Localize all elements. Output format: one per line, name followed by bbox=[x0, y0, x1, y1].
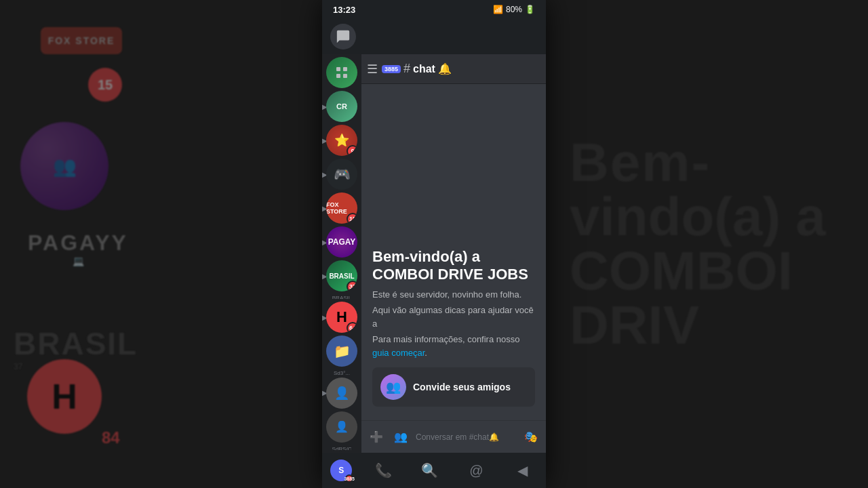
invite-icon: 👥 bbox=[380, 374, 406, 400]
server-item-2[interactable]: CR bbox=[326, 91, 357, 122]
chat-input-bar: ➕ 👥 Conversar em #chat🔔 🎭 bbox=[361, 420, 546, 453]
server-avatar-4: 🎮 bbox=[326, 159, 357, 190]
channel-header: ☰ 3885 # chat 🔔 bbox=[361, 54, 546, 84]
welcome-subtitle-1: Este é seu servidor, novinho em folha. bbox=[372, 288, 535, 302]
welcome-section: Bem-vindo(a) a COMBOI DRIVE JOBS Este é … bbox=[372, 243, 535, 412]
svg-rect-3 bbox=[343, 74, 347, 78]
bg-badge-15: 15 bbox=[88, 68, 122, 102]
server-row-3: ▶ ⭐ 9 bbox=[322, 125, 361, 156]
bg-purple-circle: 👥 bbox=[20, 122, 108, 210]
server-row-6: ▶ PAGAY bbox=[322, 226, 361, 258]
avatar-badge: 3885 bbox=[345, 474, 353, 483]
top-bar bbox=[322, 19, 546, 54]
server-item-4[interactable]: 🎮 bbox=[326, 159, 357, 190]
server-sidebar: ▶ CR ▶ ⭐ 9 ▶ bbox=[322, 54, 361, 453]
main-content: ▶ CR ▶ ⭐ 9 ▶ bbox=[322, 54, 546, 453]
server-avatar-1 bbox=[326, 57, 357, 88]
channel-name: chat bbox=[413, 63, 435, 75]
welcome-title: Bem-vindo(a) a COMBOI DRIVE JOBS bbox=[372, 248, 535, 284]
signal-icon: 📶 bbox=[493, 5, 503, 14]
server-badge-8: 64 bbox=[347, 322, 357, 333]
server-number-badge: 3885 bbox=[382, 65, 401, 73]
server-label-9: Sd3°... bbox=[334, 370, 350, 374]
server-item-3[interactable]: ⭐ 9 bbox=[326, 125, 357, 156]
server-row-5: ▶ FOX STORE 15 bbox=[322, 192, 361, 224]
hash-icon: # bbox=[403, 62, 410, 76]
server-avatar-9: 📁 bbox=[326, 336, 357, 367]
welcome-subtitle-2: Aqui vão algumas dicas para ajudar você … bbox=[372, 304, 535, 330]
server-row-1 bbox=[322, 57, 361, 88]
server-avatar-6: PAGAY bbox=[326, 226, 357, 258]
server-item-7[interactable]: BRASIL 37 bbox=[326, 260, 357, 291]
server-avatar-2: CR bbox=[326, 91, 357, 122]
phone-frame: 13:23 📶 80% 🔋 bbox=[322, 0, 546, 488]
status-bar: 13:23 📶 80% 🔋 bbox=[322, 0, 546, 19]
server-badge-5: 15 bbox=[347, 213, 357, 224]
status-time: 13:23 bbox=[333, 5, 355, 15]
server-label-7: BRASIL bbox=[332, 295, 351, 299]
bg-right-text3: DRIV bbox=[570, 298, 699, 352]
server-1-icon bbox=[334, 64, 350, 81]
status-icons: 📶 80% 🔋 bbox=[493, 5, 535, 14]
server-row-7: ▶ BRASIL 37 bbox=[322, 260, 361, 291]
hamburger-icon[interactable]: ☰ bbox=[367, 62, 378, 77]
call-nav-button[interactable]: 📞 bbox=[369, 455, 399, 485]
chat-hint: Conversar em #chat🔔 bbox=[416, 432, 516, 442]
messages-icon[interactable] bbox=[330, 24, 356, 49]
svg-rect-1 bbox=[343, 67, 347, 71]
battery-icon: 🔋 bbox=[525, 5, 535, 14]
server-badge-3: 9 bbox=[347, 145, 357, 156]
bg-fox-store: FOX STORE bbox=[41, 27, 122, 54]
avatar-letter: S bbox=[338, 466, 344, 475]
server-item-1[interactable] bbox=[326, 57, 357, 88]
server-item-9[interactable]: 📁 bbox=[326, 336, 357, 367]
invite-text: Convide seus amigos bbox=[413, 382, 511, 392]
server-item-6[interactable]: PAGAY bbox=[326, 226, 357, 258]
bg-pagayy: PAGAYY 💻 bbox=[10, 230, 146, 266]
bg-right-text2: vindo(a) a COMBOI bbox=[570, 190, 868, 298]
server-item-11[interactable]: 👤 bbox=[326, 411, 357, 443]
server-item-8[interactable]: H 64 bbox=[326, 302, 357, 333]
server-label-11: SdRS/C bbox=[332, 446, 352, 450]
server-row-2: ▶ CR bbox=[322, 91, 361, 122]
emoji-button[interactable]: 👥 bbox=[391, 428, 410, 447]
battery-level: 80% bbox=[506, 5, 522, 14]
chat-messages: Bem-vindo(a) a COMBOI DRIVE JOBS Este é … bbox=[361, 84, 546, 420]
gif-button[interactable]: 🎭 bbox=[521, 428, 540, 447]
server-row-4: ▶ 🎮 bbox=[322, 159, 361, 190]
bg-left: FOX STORE 15 👥 PAGAYY 💻 BRASIL 37 H 84 bbox=[0, 0, 326, 488]
bg-right-text1: Bem- bbox=[570, 136, 711, 190]
mentions-nav-button[interactable]: @ bbox=[461, 455, 491, 485]
bottom-nav: S 3885 📞 🔍 @ ◀ bbox=[322, 453, 546, 488]
svg-rect-0 bbox=[336, 67, 340, 71]
user-avatar-container: S 3885 bbox=[330, 460, 352, 481]
bg-right: Bem- vindo(a) a COMBOI DRIV bbox=[542, 0, 868, 488]
welcome-link[interactable]: guia começar bbox=[372, 348, 425, 358]
server-avatar-10: 👤 bbox=[326, 378, 357, 409]
server-badge-7: 37 bbox=[347, 281, 357, 291]
welcome-subtitle-3: Para mais informações, confira nosso gui… bbox=[372, 333, 535, 359]
server-row-10: ▶ 👤 bbox=[322, 378, 361, 409]
server-row-11: 👤 bbox=[322, 411, 361, 443]
svg-rect-2 bbox=[336, 74, 340, 78]
chat-bubble-svg bbox=[336, 29, 351, 44]
channel-panel: ☰ 3885 # chat 🔔 Bem-vindo(a) a COMBOI DR… bbox=[361, 54, 546, 453]
back-nav-button[interactable]: ◀ bbox=[508, 455, 538, 485]
server-item-5[interactable]: FOX STORE 15 bbox=[326, 192, 357, 224]
add-message-button[interactable]: ➕ bbox=[367, 428, 386, 447]
welcome-text-3: Para mais informações, confira nosso bbox=[372, 334, 519, 344]
server-row-9: 📁 bbox=[322, 336, 361, 367]
server-avatar-11: 👤 bbox=[326, 411, 357, 443]
search-nav-button[interactable]: 🔍 bbox=[415, 455, 445, 485]
welcome-text-2: Aqui vão algumas dicas para ajudar você … bbox=[372, 305, 534, 329]
bg-h-circle: H bbox=[27, 359, 102, 434]
channel-emoji: 🔔 bbox=[438, 62, 452, 75]
server-row-8: ▶ H 64 bbox=[322, 302, 361, 333]
chat-area: Bem-vindo(a) a COMBOI DRIVE JOBS Este é … bbox=[361, 84, 546, 453]
server-item-10[interactable]: 👤 bbox=[326, 378, 357, 409]
invite-card[interactable]: 👥 Convide seus amigos bbox=[372, 367, 535, 407]
user-avatar[interactable]: S 3885 bbox=[330, 460, 352, 481]
